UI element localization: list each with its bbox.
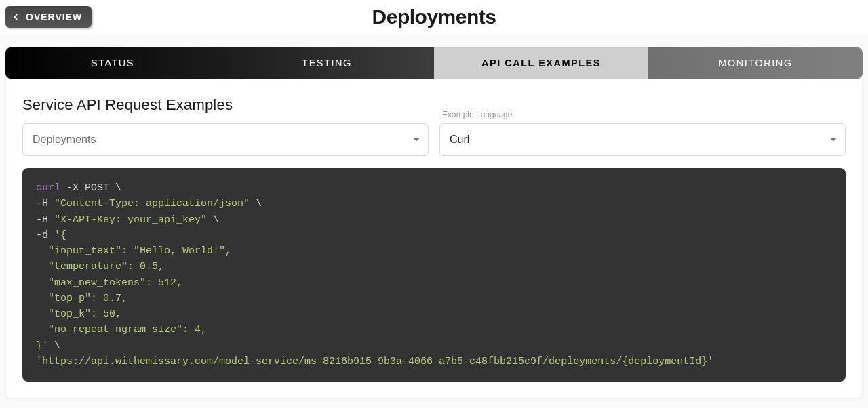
code-token: -X POST xyxy=(60,182,115,194)
tab-monitoring[interactable]: MONITORING xyxy=(648,47,863,79)
code-token: "X-API-Key: your_api_key" xyxy=(54,214,207,226)
tab-api-call-examples[interactable]: API CALL EXAMPLES xyxy=(434,47,648,79)
code-token xyxy=(207,214,213,226)
page-header: OVERVIEW Deployments xyxy=(0,0,868,34)
tab-status[interactable]: STATUS xyxy=(5,47,220,79)
chevron-left-icon xyxy=(11,12,20,22)
back-overview-button[interactable]: OVERVIEW xyxy=(5,6,92,28)
code-token: -d xyxy=(36,230,54,241)
api-examples-card: Service API Request Examples Deployments… xyxy=(5,79,863,399)
tab-label: MONITORING xyxy=(719,58,793,68)
caret-down-icon xyxy=(830,138,837,142)
code-token: curl xyxy=(36,182,60,194)
code-token: 'https://api.withemissary.com/model-serv… xyxy=(36,356,713,367)
code-token: "temperature": 0.5, xyxy=(36,261,164,272)
code-token: \ xyxy=(256,198,262,209)
code-token: "top_p": 0.7, xyxy=(36,293,127,304)
code-token: "input_text": "Hello, World!", xyxy=(36,245,231,257)
tabs: STATUS TESTING API CALL EXAMPLES MONITOR… xyxy=(5,47,863,79)
code-token: "top_k": 50, xyxy=(36,308,121,320)
code-token: \ xyxy=(213,214,219,226)
code-token: "max_new_tokens": 512, xyxy=(36,277,182,289)
select-service[interactable]: Deployments xyxy=(22,123,429,156)
code-token: '{ xyxy=(54,230,66,241)
example-language-label: Example Language xyxy=(439,110,846,119)
caret-down-icon xyxy=(413,138,420,142)
tab-label: API CALL EXAMPLES xyxy=(481,58,601,68)
code-token: -H xyxy=(36,198,54,209)
code-token: "Content-Type: application/json" xyxy=(54,198,250,209)
code-token: \ xyxy=(54,340,60,352)
code-token: \ xyxy=(115,182,121,194)
tab-testing[interactable]: TESTING xyxy=(220,47,434,79)
tab-label: TESTING xyxy=(302,58,351,68)
code-example-block[interactable]: curl -X POST \ -H "Content-Type: applica… xyxy=(22,168,846,382)
tabs-container: STATUS TESTING API CALL EXAMPLES MONITOR… xyxy=(0,47,868,79)
code-token: }' xyxy=(36,340,48,352)
select-language-value: Curl xyxy=(450,134,469,146)
back-button-label: OVERVIEW xyxy=(26,12,82,22)
code-token: -H xyxy=(36,214,54,226)
tab-label: STATUS xyxy=(91,58,134,68)
code-token: "no_repeat_ngram_size": 4, xyxy=(36,324,207,335)
page-title: Deployments xyxy=(372,5,496,28)
code-token xyxy=(48,340,54,352)
code-token xyxy=(250,198,256,209)
select-example-language[interactable]: Curl xyxy=(439,123,846,156)
select-service-value: Deployments xyxy=(33,134,96,146)
section-title: Service API Request Examples xyxy=(22,96,429,114)
